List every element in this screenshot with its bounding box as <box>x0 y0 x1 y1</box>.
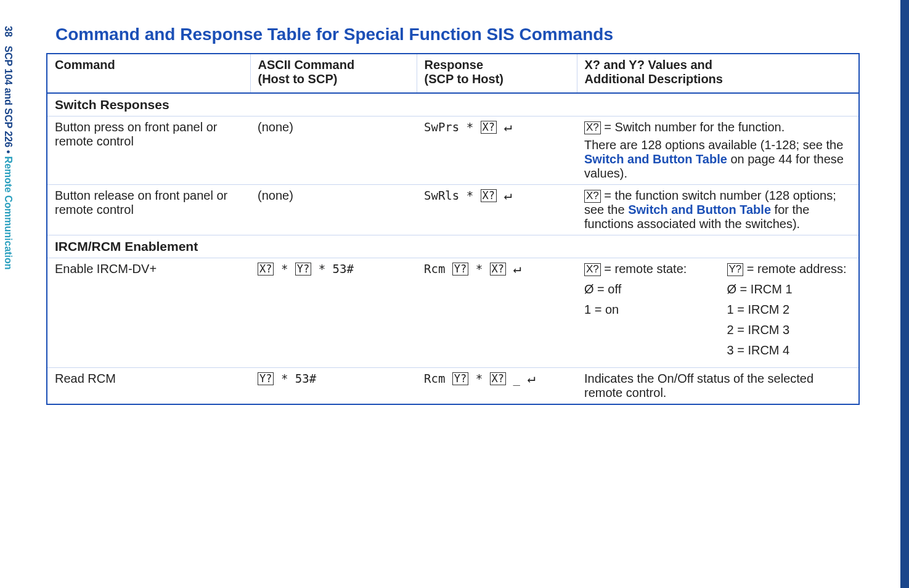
table-row: Button release on front panel or remote … <box>47 185 859 235</box>
table-header-row: Command ASCII Command (Host to SCP) Resp… <box>47 54 859 93</box>
section-switch-responses: Switch Responses <box>47 93 859 116</box>
resp-text: Rcm <box>424 372 452 385</box>
col-ascii-l1: ASCII Command <box>258 58 409 72</box>
desc-text: 2 = IRCM 3 <box>727 323 790 337</box>
cell-command: Button press on front panel or remote co… <box>47 116 250 185</box>
cell-ascii: (none) <box>250 116 417 185</box>
cell-response: SwPrs * X? ↵ <box>417 116 577 185</box>
x-placeholder-icon: X? <box>584 121 601 134</box>
cell-ascii: Y? * 53# <box>250 368 417 405</box>
table-row: Button press on front panel or remote co… <box>47 116 859 185</box>
desc-text: 1 = on <box>584 303 619 316</box>
y-placeholder-icon: Y? <box>258 372 274 385</box>
col-command: Command <box>47 54 250 93</box>
x-placeholder-icon: X? <box>490 372 506 385</box>
cell-ascii: X? * Y? * 53# <box>250 258 417 368</box>
return-icon: ↵ <box>503 187 512 203</box>
col-command-label: Command <box>55 58 115 71</box>
x-placeholder-icon: X? <box>584 190 601 203</box>
return-icon: ↵ <box>513 261 521 276</box>
resp-text: Rcm <box>424 262 452 276</box>
cell-ascii: (none) <box>250 185 417 235</box>
x-placeholder-icon: X? <box>481 121 497 134</box>
resp-text: _ <box>506 372 527 385</box>
page-docref: SCP 104 and SCP 226 <box>3 46 14 147</box>
ascii-text: * 53# <box>311 262 354 276</box>
zero-glyph: Ø <box>727 282 737 296</box>
page-side-label: 38 SCP 104 and SCP 226 • Remote Communic… <box>1 26 26 588</box>
col-ascii-l2: (Host to SCP) <box>258 72 409 86</box>
col-desc-l2: Additional Descriptions <box>585 72 852 86</box>
table-row: Read RCM Y? * 53# Rcm Y? * X? _ ↵ Indica… <box>47 368 859 405</box>
col-ascii: ASCII Command (Host to SCP) <box>250 54 417 93</box>
cell-command: Read RCM <box>47 368 250 405</box>
x-placeholder-icon: X? <box>490 263 506 276</box>
desc-text: = off <box>594 282 622 296</box>
resp-text: SwRls * <box>424 189 481 202</box>
ascii-text: * 53# <box>274 372 316 385</box>
page-section: Remote Communication <box>3 157 14 270</box>
command-table: Command ASCII Command (Host to SCP) Resp… <box>46 53 860 405</box>
cell-command: Button release on front panel or remote … <box>47 185 250 235</box>
desc-text: = remote address: <box>743 262 846 276</box>
cell-command: Enable IRCM-DV+ <box>47 258 250 368</box>
section-label: IRCM/RCM Enablement <box>47 235 859 258</box>
x-placeholder-icon: X? <box>258 263 274 276</box>
page-title: Command and Response Table for Special F… <box>55 25 860 44</box>
section-label: Switch Responses <box>47 93 859 116</box>
col-response: Response (SCP to Host) <box>417 54 577 93</box>
cell-response: SwRls * X? ↵ <box>417 185 577 235</box>
desc-text: = Switch number for the function. <box>601 120 785 134</box>
x-placeholder-icon: X? <box>481 189 497 202</box>
link-switch-button-table[interactable]: Switch and Button Table <box>584 152 727 166</box>
desc-text: 3 = IRCM 4 <box>727 343 790 357</box>
y-placeholder-icon: Y? <box>452 372 468 385</box>
col-desc-l1: X? and Y? Values and <box>585 58 852 72</box>
cell-desc: X? = remote state: Ø = off 1 = on Y? = r… <box>577 258 859 368</box>
page-right-border <box>900 0 909 588</box>
y-placeholder-icon: Y? <box>727 263 744 276</box>
desc-text: 1 = IRCM 2 <box>727 303 790 316</box>
col-resp-l2: (SCP to Host) <box>425 72 569 86</box>
table-row: Enable IRCM-DV+ X? * Y? * 53# Rcm Y? * X… <box>47 258 859 368</box>
cell-response: Rcm Y? * X? ↵ <box>417 258 577 368</box>
return-icon: ↵ <box>503 119 512 134</box>
col-resp-l1: Response <box>425 58 569 72</box>
col-desc: X? and Y? Values and Additional Descript… <box>577 54 859 93</box>
cell-desc: X? = Switch number for the function. The… <box>577 116 859 185</box>
desc-text: = remote state: <box>601 262 687 276</box>
x-placeholder-icon: X? <box>584 263 601 276</box>
page-number: 38 <box>3 26 14 37</box>
y-placeholder-icon: Y? <box>295 263 311 276</box>
section-ircm-rcm: IRCM/RCM Enablement <box>47 235 859 258</box>
cell-desc: Indicates the On/Off status of the selec… <box>577 368 859 405</box>
desc-text: = IRCM 1 <box>736 282 793 296</box>
cell-response: Rcm Y? * X? _ ↵ <box>417 368 577 405</box>
desc-text: There are 128 options available (1-128; … <box>584 138 843 152</box>
return-icon: ↵ <box>527 370 535 386</box>
zero-glyph: Ø <box>584 282 594 296</box>
resp-text: SwPrs * <box>424 120 481 134</box>
cell-desc: X? = the function switch number (128 opt… <box>577 185 859 235</box>
y-placeholder-icon: Y? <box>452 263 468 276</box>
link-switch-button-table[interactable]: Switch and Button Table <box>628 203 771 216</box>
